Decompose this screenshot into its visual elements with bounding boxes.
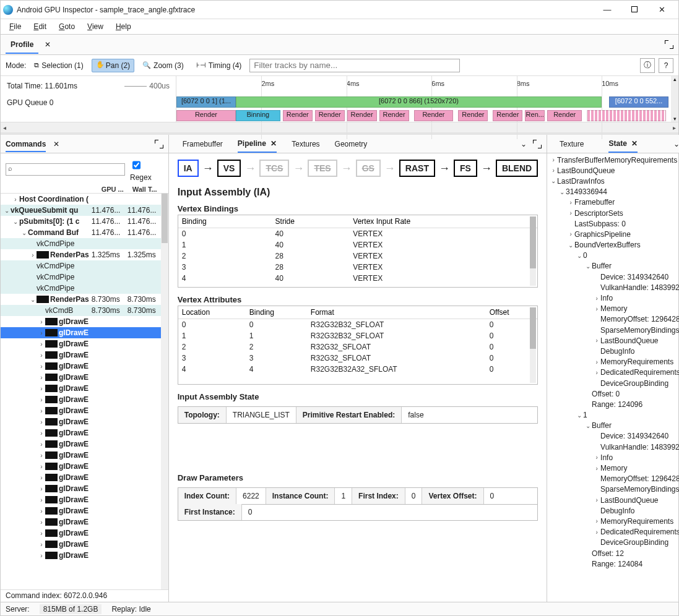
timeline-segment[interactable]: Render bbox=[379, 110, 409, 121]
tree-node[interactable]: ⌄0 bbox=[547, 250, 679, 261]
timeline-segment[interactable]: [6072 0 0 866] (1520x720) bbox=[236, 96, 602, 108]
tree-node[interactable]: ›Info bbox=[547, 452, 679, 463]
command-row[interactable]: ›glDrawE bbox=[1, 427, 161, 438]
timeline-segment[interactable]: [6072 0 0 552... bbox=[609, 96, 668, 108]
tree-node[interactable]: ›GraphicsPipeline bbox=[547, 229, 679, 239]
info-button[interactable]: ⓘ bbox=[640, 58, 655, 73]
tree-node[interactable]: ⌄Buffer bbox=[547, 421, 679, 431]
stage-tes[interactable]: TES bbox=[308, 160, 337, 177]
tree-node[interactable]: Device: 3149342640 bbox=[547, 272, 679, 282]
command-row[interactable]: ›glDrawE bbox=[1, 327, 161, 338]
chevron-down-icon[interactable]: ⌄ bbox=[521, 140, 527, 148]
help-button[interactable]: ? bbox=[659, 58, 673, 73]
tree-node[interactable]: ⌄Buffer bbox=[547, 261, 679, 272]
commands-search-input[interactable] bbox=[6, 163, 125, 176]
command-row[interactable]: ›Host Coordination ( bbox=[1, 194, 161, 205]
mode-timing[interactable]: ⊦⊣Timing (4) bbox=[192, 59, 246, 72]
command-row[interactable]: ⌄RenderPas8.730ms8.730ms bbox=[1, 294, 161, 305]
command-row[interactable]: vkCmdPipe bbox=[1, 238, 161, 249]
command-row[interactable]: ›glDrawE bbox=[1, 383, 161, 394]
command-row[interactable]: ›glDrawE bbox=[1, 539, 161, 550]
tree-node[interactable]: ⌄1 bbox=[547, 410, 679, 421]
timeline-segment[interactable]: Render bbox=[315, 110, 345, 121]
tree-node[interactable]: ›TransferBufferMemoryRequirements bbox=[547, 155, 679, 165]
table-row[interactable]: 440VERTEX bbox=[178, 273, 537, 284]
tree-node[interactable]: ›MemoryRequirements bbox=[547, 357, 679, 367]
tree-node[interactable]: ⌄LastDrawInfos bbox=[547, 176, 679, 186]
table-row[interactable]: 11R32G32B32_SFLOAT0 bbox=[178, 330, 537, 341]
command-row[interactable]: ›glDrawE bbox=[1, 438, 161, 450]
tree-node[interactable]: ⌄3149336944 bbox=[547, 187, 679, 197]
command-row[interactable]: vkCmdB8.730ms8.730ms bbox=[1, 305, 161, 316]
chevron-down-icon[interactable]: ⌄ bbox=[673, 140, 679, 148]
tree-node[interactable]: SparseMemoryBindings bbox=[547, 325, 679, 335]
command-row[interactable]: ›glDrawE bbox=[1, 372, 161, 383]
tab-geometry[interactable]: Geometry bbox=[335, 136, 368, 152]
command-row[interactable]: ›glDrawE bbox=[1, 516, 161, 528]
table-row[interactable]: 22R32G32_SFLOAT0 bbox=[178, 341, 537, 353]
tree-node[interactable]: ›DedicatedRequirements bbox=[547, 527, 679, 537]
tab-state-close-icon[interactable]: ✕ bbox=[631, 139, 638, 148]
tree-node[interactable]: DeviceGroupBinding bbox=[547, 537, 679, 548]
timeline-hscroll[interactable]: ◂▸ bbox=[1, 122, 678, 132]
tab-textures[interactable]: Textures bbox=[292, 136, 319, 152]
tree-node[interactable]: ›DescriptorSets bbox=[547, 208, 679, 218]
tree-node[interactable]: ›DedicatedRequirements bbox=[547, 367, 679, 378]
timeline-segment[interactable]: Render bbox=[458, 110, 488, 121]
tree-node[interactable]: ›LastBoundQueue bbox=[547, 165, 679, 176]
filter-tracks-input[interactable] bbox=[249, 59, 460, 72]
tree-node[interactable]: Device: 3149342640 bbox=[547, 431, 679, 442]
commands-close-icon[interactable]: ✕ bbox=[53, 140, 59, 148]
tree-node[interactable]: VulkanHandle: 1483992096 bbox=[547, 282, 679, 293]
table-row[interactable]: 040VERTEX bbox=[178, 228, 537, 240]
menu-edit[interactable]: Edit bbox=[28, 21, 51, 32]
command-row[interactable]: ›glDrawE bbox=[1, 416, 161, 427]
tab-profile-close-icon[interactable]: ✕ bbox=[45, 40, 51, 49]
command-row[interactable]: ›glDrawE bbox=[1, 494, 161, 505]
timeline-segment[interactable]: Render bbox=[414, 110, 454, 121]
table-row[interactable]: 00R32G32B32_SFLOAT0 bbox=[178, 319, 537, 331]
table-row[interactable]: 33R32G32_SFLOAT0 bbox=[178, 353, 537, 364]
tree-node[interactable]: ›MemoryRequirements bbox=[547, 516, 679, 526]
menu-view[interactable]: View bbox=[82, 21, 108, 32]
tab-state[interactable]: State ✕ bbox=[608, 135, 638, 153]
tab-texture[interactable]: Texture bbox=[560, 136, 584, 152]
menu-goto[interactable]: Goto bbox=[54, 21, 80, 32]
tree-node[interactable]: ›Framebuffer bbox=[547, 197, 679, 208]
command-row[interactable]: ›glDrawE bbox=[1, 483, 161, 494]
mode-selection[interactable]: ⧉Selection (1) bbox=[30, 59, 87, 72]
minimize-button[interactable]: — bbox=[599, 5, 615, 14]
timeline-segment[interactable]: [6072 0 0 1] (1... bbox=[176, 96, 236, 108]
tree-node[interactable]: MemoryOffset: 12964288 bbox=[547, 314, 679, 325]
tree-node[interactable]: ⌄BoundVertexBuffers bbox=[547, 240, 679, 250]
stage-blend[interactable]: BLEND bbox=[496, 160, 538, 177]
stage-tcs[interactable]: TCS bbox=[259, 160, 289, 177]
stage-fs[interactable]: FS bbox=[454, 160, 477, 177]
close-button[interactable]: ✕ bbox=[654, 5, 670, 14]
stage-ia[interactable]: IA bbox=[178, 160, 199, 177]
stage-gs[interactable]: GS bbox=[356, 160, 381, 177]
maximize-panel-icon[interactable] bbox=[665, 40, 673, 49]
timeline-segment[interactable]: Render bbox=[547, 110, 582, 121]
command-row[interactable]: vkCmdPipe bbox=[1, 260, 161, 272]
timeline-segment[interactable]: Binning bbox=[236, 110, 280, 121]
command-row[interactable]: ›glDrawE bbox=[1, 405, 161, 416]
table-row[interactable]: 328VERTEX bbox=[178, 262, 537, 273]
command-row[interactable]: ›glDrawE bbox=[1, 338, 161, 349]
tree-node[interactable]: DeviceGroupBinding bbox=[547, 378, 679, 388]
table-row[interactable]: 228VERTEX bbox=[178, 250, 537, 262]
tree-node[interactable]: Offset: 12 bbox=[547, 548, 679, 558]
command-row[interactable]: ›glDrawE bbox=[1, 450, 161, 461]
command-row[interactable]: ›glDrawE bbox=[1, 461, 161, 472]
tree-node[interactable]: Range: 124084 bbox=[547, 558, 679, 569]
tree-node[interactable]: Offset: 0 bbox=[547, 388, 679, 399]
command-row[interactable]: ›RenderPas1.325ms1.325ms bbox=[1, 249, 161, 260]
tree-node[interactable]: DebugInfo bbox=[547, 346, 679, 356]
tree-node[interactable]: VulkanHandle: 1483992096 bbox=[547, 442, 679, 452]
table-row[interactable]: 44R32G32B32A32_SFLOAT0 bbox=[178, 364, 537, 375]
command-row[interactable]: vkCmdPipe bbox=[1, 272, 161, 283]
command-row[interactable]: ⌄Command Buf11.476...11.476... bbox=[1, 227, 161, 238]
va-scrollbar[interactable] bbox=[530, 307, 536, 383]
stage-vs[interactable]: VS bbox=[217, 160, 241, 177]
command-row[interactable]: ›glDrawE bbox=[1, 316, 161, 327]
